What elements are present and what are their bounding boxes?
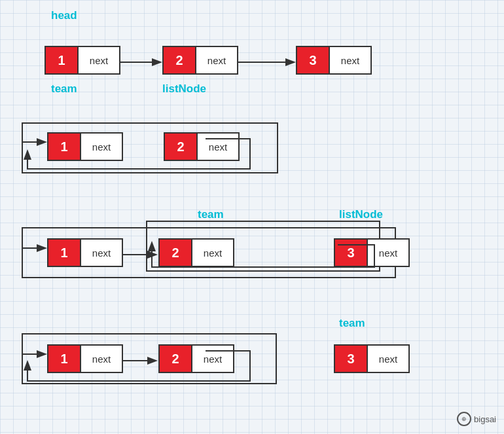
node-3-row1: 3 next	[296, 46, 372, 75]
node-2-next: next	[196, 46, 238, 75]
diagram-container: head 1 next 2 next 3 next team listNode	[0, 0, 504, 434]
node-2-val: 2	[162, 46, 196, 75]
watermark-text: bigsai	[474, 414, 496, 424]
watermark-logo: ⊕	[457, 412, 471, 426]
node-2-row1: 2 next	[162, 46, 238, 75]
node-3-val: 3	[296, 46, 330, 75]
node-1-val: 1	[45, 46, 79, 75]
node-3-next: next	[330, 46, 372, 75]
arrow-1-2	[119, 58, 165, 68]
node-1-val-r3: 1	[47, 238, 81, 267]
loopback-row4	[21, 327, 283, 393]
loopback-row3-inner	[145, 208, 407, 287]
label-listnode-row1: listNode	[162, 82, 206, 96]
arrow-2-3	[237, 58, 298, 68]
node-1-row3: 1 next	[47, 238, 123, 267]
node-3-row4: 3 next	[334, 344, 410, 373]
node-3-next-r4: next	[368, 344, 410, 373]
label-team-row1: team	[51, 82, 77, 96]
node-1-next: next	[79, 46, 120, 75]
watermark: ⊕ bigsai	[457, 412, 496, 426]
node-1-next-r3: next	[81, 238, 123, 267]
arrow-entry-row3	[21, 244, 50, 254]
label-head: head	[51, 9, 77, 22]
loopback-row2	[21, 117, 276, 182]
node-3-val-r4: 3	[334, 344, 368, 373]
node-1-row1: 1 next	[45, 46, 120, 75]
